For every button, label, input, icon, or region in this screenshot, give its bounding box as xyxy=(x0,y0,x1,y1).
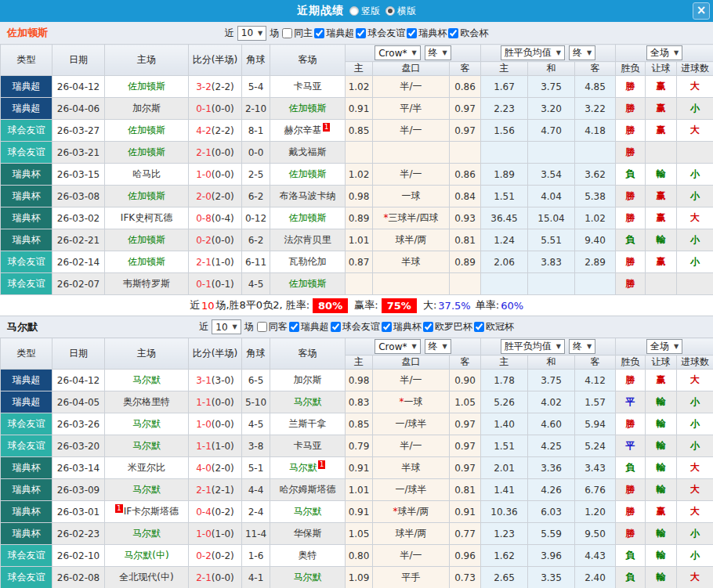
filter-checkbox[interactable]: 同客 xyxy=(257,320,288,334)
checkbox-input[interactable] xyxy=(289,322,299,332)
home-team: 马尔默 xyxy=(105,523,189,545)
checkbox-input[interactable] xyxy=(474,322,484,332)
scope-select[interactable]: 全场▼ xyxy=(646,45,682,60)
filter-checkbox[interactable]: 欧罗巴杯 xyxy=(423,320,472,334)
table-row: 瑞典超26-04-05奥尔格里特1-1(0-0)5-10马尔默0.83*一球1.… xyxy=(1,391,713,413)
radio-horizontal-layout[interactable]: 横版 xyxy=(385,5,416,18)
filter-checkboxes: 同客瑞典超球会友谊瑞典杯欧罗巴杯欧冠杯 xyxy=(257,320,514,334)
match-date: 26-04-05 xyxy=(52,391,105,413)
red-card-badge: 1 xyxy=(323,123,331,132)
match-date: 26-03-20 xyxy=(52,435,105,457)
match-count-select[interactable]: 10▼ xyxy=(212,319,241,334)
mean-draw: 3.35 xyxy=(528,567,575,588)
checkbox-input[interactable] xyxy=(382,322,392,332)
filter-checkboxes: 同主瑞典超球会友谊瑞典杯欧会杯 xyxy=(282,27,488,40)
away-team: 华保斯 xyxy=(270,523,346,545)
away-team: 赫尔辛基1 xyxy=(270,120,346,142)
col-date: 日期 xyxy=(52,338,105,370)
result: 勝 xyxy=(616,251,646,273)
scope-select[interactable]: 全场▼ xyxy=(646,339,682,354)
col-odds-home: 主 xyxy=(346,355,373,370)
league-badge: 瑞典杯 xyxy=(1,186,52,207)
checkbox-input[interactable] xyxy=(282,28,292,38)
checkbox-input[interactable] xyxy=(331,322,341,332)
near-label: 近 xyxy=(199,320,208,334)
match-date: 26-02-21 xyxy=(52,229,105,251)
team-name: 马尔默 xyxy=(7,320,38,334)
league-badge: 球会友谊 xyxy=(1,567,52,588)
match-count-select[interactable]: 10▼ xyxy=(237,26,266,41)
match-date: 26-02-23 xyxy=(52,523,105,545)
chevron-down-icon: ▼ xyxy=(411,343,416,350)
filter-checkbox[interactable]: 同主 xyxy=(282,27,313,40)
col-type: 类型 xyxy=(1,338,52,370)
home-team: 马尔默 xyxy=(105,413,189,435)
checkbox-input[interactable] xyxy=(257,322,267,332)
checkbox-input[interactable] xyxy=(314,28,324,38)
mean-select[interactable]: 胜平负均值▼ xyxy=(501,45,565,60)
odds-source-select[interactable]: Crow*▼ xyxy=(375,339,420,354)
mean-draw: 3.75 xyxy=(528,370,575,391)
league-badge: 瑞典超 xyxy=(1,391,52,413)
filter-checkbox[interactable]: 瑞典杯 xyxy=(407,27,447,40)
away-odds: 0.77 xyxy=(450,523,481,545)
away-team: 兰斯干拿 xyxy=(270,413,346,435)
mean-time-select[interactable]: 终▼ xyxy=(569,45,595,60)
filter-checkbox[interactable]: 瑞典杯 xyxy=(382,320,422,334)
radio-circle-icon[interactable] xyxy=(385,6,395,16)
radio-vertical-label: 竖版 xyxy=(361,5,380,18)
checkbox-input[interactable] xyxy=(407,28,417,38)
mean-time-select[interactable]: 终▼ xyxy=(569,339,595,354)
mean-home: 1.51 xyxy=(481,435,528,457)
checkbox-input[interactable] xyxy=(448,28,458,38)
filter-checkbox[interactable]: 球会友谊 xyxy=(331,320,380,334)
table-row: 瑞典杯26-03-09马尔默2-1(2-1)4-4哈尔姆斯塔德1.01一/球半0… xyxy=(1,479,713,501)
radio-circle-icon[interactable] xyxy=(349,6,359,16)
filter-checkbox[interactable]: 球会友谊 xyxy=(356,27,405,40)
score: 1-0(0-0) xyxy=(189,164,242,186)
away-odds: 0.89 xyxy=(450,251,481,273)
home-odds: 0.85 xyxy=(346,413,373,435)
filter-checkbox[interactable]: 欧会杯 xyxy=(448,27,488,40)
col-mean-away: 客 xyxy=(575,62,616,76)
home-odds: 0.98 xyxy=(346,370,373,391)
mean-draw: 4.70 xyxy=(528,120,575,142)
close-icon[interactable]: × xyxy=(693,2,710,20)
score: 3-2(2-2) xyxy=(189,76,242,98)
goals-result: 大 xyxy=(677,501,713,523)
filter-checkbox[interactable]: 瑞典超 xyxy=(289,320,329,334)
handicap xyxy=(373,273,450,295)
mean-select[interactable]: 胜平负均值▼ xyxy=(501,339,565,354)
handicap: 半/一 xyxy=(373,370,450,391)
mean-away: 1.20 xyxy=(575,501,616,523)
match-date: 26-03-01 xyxy=(52,501,105,523)
radio-vertical-layout[interactable]: 竖版 xyxy=(349,5,380,18)
odds-time-select[interactable]: 终▼ xyxy=(425,339,451,354)
filter-checkbox[interactable]: 瑞典超 xyxy=(314,27,354,40)
home-odds: 0.87 xyxy=(346,251,373,273)
league-badge: 瑞典杯 xyxy=(1,207,52,229)
mean-away xyxy=(575,142,616,164)
mean-home: 2.01 xyxy=(481,457,528,479)
titlebar: 近期战绩 竖版 横版 × xyxy=(0,0,713,22)
chevron-down-icon: ▼ xyxy=(674,49,679,56)
score: 0-1(0-1) xyxy=(189,273,242,295)
filter-checkbox[interactable]: 欧冠杯 xyxy=(474,320,514,334)
checkbox-input[interactable] xyxy=(356,28,366,38)
result: 平 xyxy=(616,391,646,413)
odds-time-select[interactable]: 终▼ xyxy=(425,45,451,60)
mean-home: 1.67 xyxy=(481,76,528,98)
home-odds: 1.01 xyxy=(346,479,373,501)
odds-source-select[interactable]: Crow*▼ xyxy=(375,45,420,60)
handicap-result: 輸 xyxy=(646,435,677,457)
mean-away: 4.12 xyxy=(575,370,616,391)
table-row: 球会友谊26-03-20马尔默1-1(1-0)3-8卡马亚0.79半/一0.97… xyxy=(1,435,713,457)
away-team: 马尔默 xyxy=(270,391,346,413)
away-team: 哈尔姆斯塔德 xyxy=(270,479,346,501)
home-team: 全北现代(中) xyxy=(105,567,189,588)
mean-away: 2.89 xyxy=(575,251,616,273)
red-card-badge: 1 xyxy=(115,504,123,513)
checkbox-input[interactable] xyxy=(423,322,433,332)
goals-result: 小 xyxy=(677,545,713,567)
summary-text: 场,胜8平0负2, 胜率: xyxy=(215,298,309,312)
